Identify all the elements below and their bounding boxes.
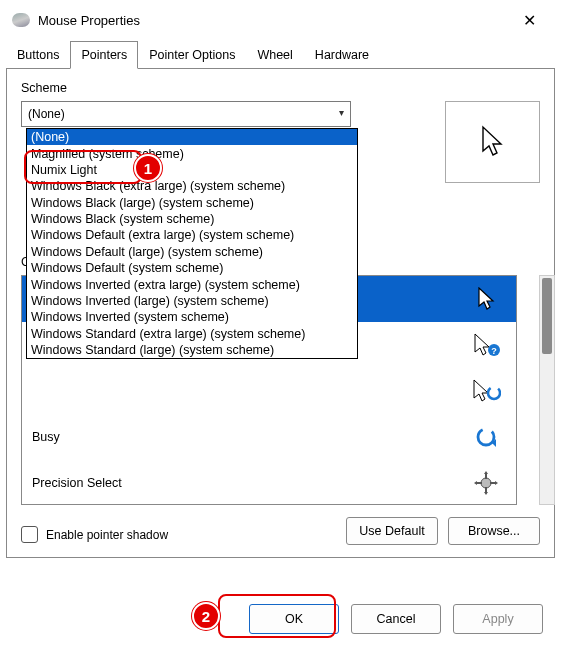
scheme-option[interactable]: Windows Black (large) (system scheme) <box>27 195 357 211</box>
svg-point-3 <box>478 429 494 445</box>
listbox-scrollbar[interactable] <box>539 275 555 505</box>
svg-text:?: ? <box>491 346 497 356</box>
svg-point-4 <box>481 478 491 488</box>
mouse-properties-window: Mouse Properties ✕ Buttons Pointers Poin… <box>0 0 561 648</box>
scheme-selected-text: (None) <box>28 107 65 121</box>
svg-point-2 <box>488 387 500 399</box>
list-item-label: Precision Select <box>32 476 466 490</box>
tab-buttons[interactable]: Buttons <box>6 41 70 69</box>
scheme-option[interactable]: Numix Light <box>27 162 357 178</box>
scheme-label: Scheme <box>21 81 540 95</box>
scheme-option[interactable]: Windows Inverted (extra large) (system s… <box>27 276 357 292</box>
scheme-option[interactable]: Windows Default (large) (system scheme) <box>27 244 357 260</box>
scheme-option[interactable]: Magnified (system scheme) <box>27 145 357 161</box>
tab-pointers[interactable]: Pointers <box>70 41 138 69</box>
pointer-shadow-checkbox[interactable] <box>21 526 38 543</box>
pointer-shadow-row: Enable pointer shadow <box>21 526 168 543</box>
scheme-option[interactable]: Windows Default (system scheme) <box>27 260 357 276</box>
browse-button[interactable]: Browse... <box>448 517 540 545</box>
precision-cursor-icon <box>466 463 506 503</box>
scheme-option[interactable]: Windows Inverted (large) (system scheme) <box>27 293 357 309</box>
tabstrip: Buttons Pointers Pointer Options Wheel H… <box>0 40 561 68</box>
tab-pointer-options[interactable]: Pointer Options <box>138 41 246 69</box>
list-item[interactable]: Precision Select <box>22 460 516 505</box>
close-icon: ✕ <box>523 11 536 30</box>
busy-cursor-icon <box>466 417 506 457</box>
working-cursor-icon <box>466 371 506 411</box>
chevron-down-icon: ▾ <box>339 107 344 118</box>
apply-button[interactable]: Apply <box>453 604 543 634</box>
scheme-option[interactable]: Windows Standard (large) (system scheme) <box>27 342 357 358</box>
panel-button-row: Use Default Browse... <box>346 517 540 545</box>
cursor-preview-box <box>445 101 540 183</box>
scrollbar-thumb[interactable] <box>542 278 552 354</box>
tab-hardware[interactable]: Hardware <box>304 41 380 69</box>
arrow-cursor-icon <box>479 125 507 159</box>
scheme-dropdown-list[interactable]: (None) Magnified (system scheme) Numix L… <box>26 128 358 359</box>
cancel-button[interactable]: Cancel <box>351 604 441 634</box>
list-item[interactable]: Busy <box>22 414 516 460</box>
pointer-shadow-label: Enable pointer shadow <box>46 528 168 542</box>
use-default-button[interactable]: Use Default <box>346 517 438 545</box>
scheme-option[interactable]: Windows Standard (extra large) (system s… <box>27 326 357 342</box>
scheme-option[interactable]: Windows Black (system scheme) <box>27 211 357 227</box>
titlebar: Mouse Properties ✕ <box>0 0 561 40</box>
dialog-button-row: OK Cancel Apply <box>0 604 561 634</box>
scheme-combobox[interactable]: (None) ▾ <box>21 101 351 127</box>
scheme-option[interactable]: Windows Inverted (system scheme) <box>27 309 357 325</box>
window-title: Mouse Properties <box>38 13 509 28</box>
arrow-cursor-icon <box>466 279 506 319</box>
ok-button[interactable]: OK <box>249 604 339 634</box>
mouse-icon <box>12 13 30 27</box>
list-item-label: Busy <box>32 430 466 444</box>
close-button[interactable]: ✕ <box>509 0 549 40</box>
tab-wheel[interactable]: Wheel <box>246 41 303 69</box>
help-cursor-icon: ? <box>466 325 506 365</box>
list-item[interactable] <box>22 368 516 414</box>
scheme-option[interactable]: Windows Black (extra large) (system sche… <box>27 178 357 194</box>
scheme-option[interactable]: Windows Default (extra large) (system sc… <box>27 227 357 243</box>
scheme-option[interactable]: (None) <box>27 129 357 145</box>
